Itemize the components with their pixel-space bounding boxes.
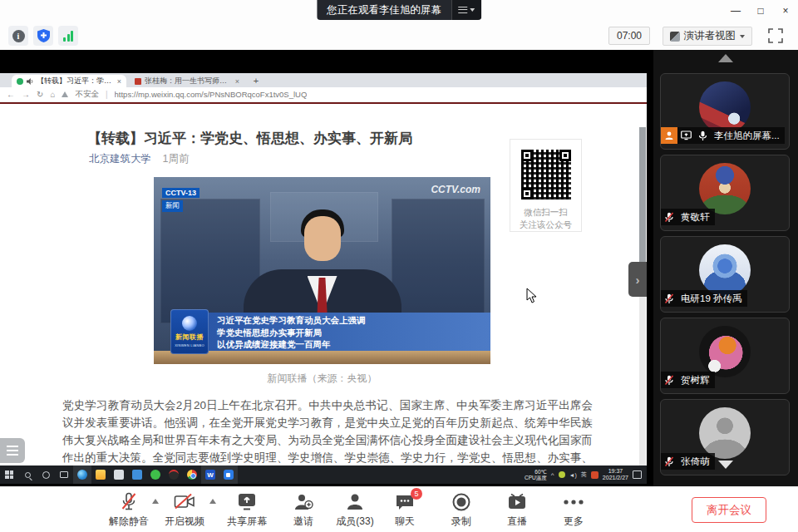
security-shield-button[interactable] — [33, 26, 53, 46]
participant-label: 电研19 孙传禹 — [661, 290, 747, 307]
tray-app-icon[interactable] — [591, 471, 598, 479]
tab-favicon — [17, 78, 23, 85]
word-icon[interactable]: W — [201, 466, 219, 484]
page-scrollbar[interactable] — [639, 127, 646, 486]
members-button[interactable]: 成员(33) — [328, 492, 382, 529]
system-tray: 60℃ CPU温度 ^ ◄) 英 19:37 2021/2/27 — [525, 466, 647, 484]
share-screen-button[interactable]: 共享屏幕 — [220, 492, 273, 529]
start-button[interactable] — [0, 466, 18, 484]
article-author-link[interactable]: 北京建筑大学 — [89, 153, 151, 165]
edge-icon[interactable] — [73, 466, 91, 484]
cortana-icon[interactable] — [37, 466, 55, 484]
tray-expand-icon[interactable]: ^ — [551, 471, 554, 479]
sidebar-collapse-tab[interactable]: › — [628, 262, 647, 297]
fullscreen-icon — [766, 27, 785, 45]
scrollbar-thumb[interactable] — [639, 127, 646, 268]
close-button[interactable]: × — [773, 0, 798, 22]
network-signal-button[interactable] — [58, 26, 78, 46]
participant-name: 电研19 孙传禹 — [681, 293, 742, 305]
forward-icon[interactable]: → — [22, 90, 30, 99]
address-separator: | — [106, 90, 108, 99]
unmute-button[interactable]: 解除静音 — [102, 492, 155, 529]
new-tab-button[interactable]: + — [249, 75, 263, 87]
search-icon[interactable] — [18, 466, 37, 484]
browser-address-bar[interactable]: ← → ↻ ⌂ 不安全 | https://mp.weixin.qq.com/s… — [0, 87, 647, 102]
file-explorer-icon[interactable] — [91, 466, 110, 484]
participant-tile[interactable]: 李佳旭的屏幕... — [660, 73, 790, 150]
mic-on-icon — [694, 127, 711, 144]
start-video-button[interactable]: 开启视频 — [158, 492, 211, 529]
participant-tile[interactable]: 黄敬轩 — [660, 155, 790, 231]
qr-finder-mark — [521, 150, 533, 161]
view-mode-dropdown[interactable]: 演讲者视图 — [663, 27, 753, 46]
minimize-button[interactable]: — — [723, 0, 748, 22]
tray-app-icon[interactable] — [559, 471, 565, 478]
meeting-app-icon[interactable] — [219, 466, 238, 484]
record-button[interactable]: 录制 — [435, 492, 488, 529]
meeting-toolbar: i 07:00 演讲者视图 — [0, 22, 798, 50]
participant-name: 贺树辉 — [681, 374, 710, 387]
task-view-icon[interactable] — [55, 466, 73, 484]
screen-share-icon — [677, 127, 694, 144]
qr-panel: 微信扫一扫 关注该公众号 — [510, 139, 582, 232]
not-secure-warning-icon — [62, 91, 68, 97]
tab-close-icon[interactable]: × — [117, 77, 121, 86]
back-icon[interactable]: ← — [7, 90, 15, 99]
mail-icon[interactable] — [128, 466, 146, 484]
avatar — [699, 81, 751, 133]
invite-button[interactable]: 邀请 — [277, 492, 330, 529]
article-title: 【转载】习近平：学党史、悟思想、办实事、开新局 — [87, 129, 520, 148]
more-button[interactable]: 更多 — [547, 492, 600, 529]
signal-bars-icon — [63, 31, 73, 42]
chrome-icon[interactable] — [183, 466, 201, 484]
participant-name: 李佳旭的屏幕... — [714, 130, 780, 142]
participant-tile[interactable]: 电研19 孙传禹 — [660, 236, 790, 313]
scroll-down-icon[interactable] — [718, 461, 733, 469]
maximize-button[interactable]: □ — [748, 0, 773, 22]
info-icon: i — [12, 30, 25, 42]
cctv-watermark: CCTV.com — [431, 184, 480, 195]
mic-muted-icon — [661, 290, 677, 307]
tab-title: 张桂梅：用一生书写师德情怀 — [145, 76, 232, 86]
browser-tab-active[interactable]: 【转载】习近平：学党史… × — [12, 75, 126, 87]
meeting-info-button[interactable]: i — [8, 26, 28, 46]
mic-muted-icon — [661, 209, 677, 225]
mouse-cursor — [526, 288, 538, 308]
shared-screen: 【转载】习近平：学党史… × 张桂梅：用一生书写师德情怀 × + ← → ↻ ⌂ — [0, 50, 653, 486]
wechat-icon[interactable] — [146, 466, 165, 484]
video-credit: 新闻联播（来源：央视） — [154, 372, 490, 386]
fullscreen-button[interactable] — [766, 27, 785, 45]
taskbar-clock[interactable]: 19:37 2021/2/27 — [603, 468, 628, 481]
caption-line2: 学党史悟思想办实事开新局 — [217, 327, 485, 339]
badge-menu-button[interactable] — [451, 0, 481, 20]
scroll-up-icon[interactable] — [718, 54, 733, 62]
video-caption-bar: 习近平在党史学习教育动员大会上强调 学党史悟思想办实事开新局 以优异成绩迎接建党… — [209, 313, 490, 351]
qq-icon[interactable] — [165, 466, 183, 484]
shield-icon — [37, 29, 50, 42]
store-icon[interactable] — [110, 466, 128, 484]
tab-favicon — [135, 78, 141, 85]
url-text[interactable]: https://mp.weixin.qq.com/s/PNsNBORqcoFx1… — [115, 90, 308, 99]
participant-label: 贺树辉 — [661, 372, 715, 388]
volume-icon[interactable]: ◄) — [569, 472, 577, 478]
live-button[interactable]: 直播 — [490, 492, 544, 529]
tab-close-icon[interactable]: × — [235, 77, 239, 86]
browser-tab-inactive[interactable]: 张桂梅：用一生书写师德情怀 × — [130, 75, 244, 87]
video-options-caret[interactable] — [209, 499, 216, 504]
article-page: 【转载】习近平：学党史、悟思想、办实事、开新局 北京建筑大学 1周前 微信扫一扫 — [0, 104, 647, 486]
title-bar: 您正在观看李佳旭的屏幕 — □ × — [0, 0, 798, 22]
refresh-icon[interactable]: ↻ — [37, 90, 43, 99]
home-icon[interactable]: ⌂ — [50, 90, 55, 99]
main-region: 【转载】习近平：学党史… × 张桂梅：用一生书写师德情怀 × + ← → ↻ ⌂ — [0, 50, 798, 486]
record-icon — [451, 492, 471, 512]
outline-float-button[interactable] — [0, 438, 25, 463]
ime-indicator[interactable]: 英 — [581, 470, 587, 479]
watching-badge: 您正在观看李佳旭的屏幕 — [317, 0, 481, 20]
news-video-player[interactable]: CCTV-13 新闻 CCTV.com 习近平在党史学习教育动员大会上强调 学党… — [154, 177, 490, 364]
chat-button[interactable]: 5 聊天 — [378, 492, 431, 529]
action-center-icon[interactable] — [633, 470, 642, 479]
participant-tile[interactable]: 贺树辉 — [660, 318, 790, 394]
leave-meeting-button[interactable]: 离开会议 — [692, 497, 766, 523]
hamburger-icon — [458, 7, 467, 13]
xinwenlianbo-logo: 新闻联播 XINWEN LIANBO — [170, 309, 209, 354]
